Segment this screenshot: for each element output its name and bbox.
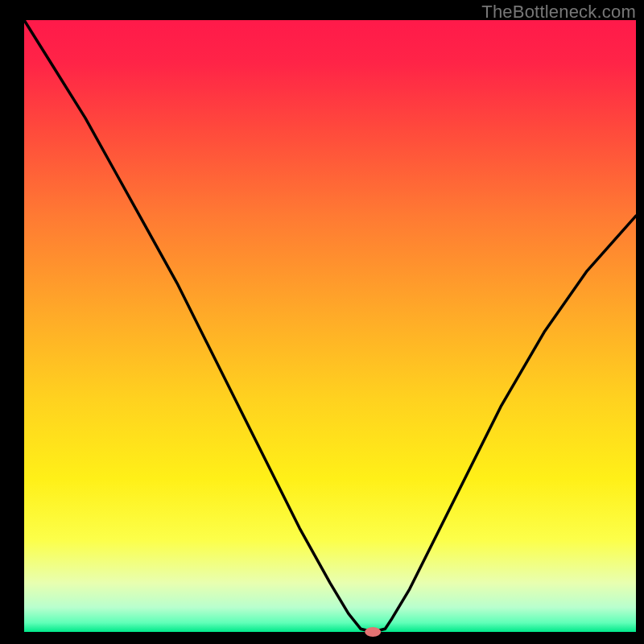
plot-background: [24, 20, 636, 632]
bottleneck-chart: [0, 0, 644, 644]
watermark-label: TheBottleneck.com: [481, 2, 636, 23]
chart-svg: [0, 0, 644, 644]
optimal-point-marker: [365, 627, 381, 637]
